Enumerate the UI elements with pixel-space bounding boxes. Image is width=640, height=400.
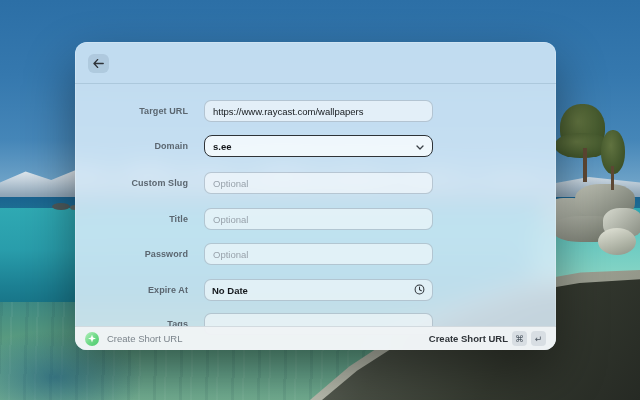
field-label: Title [75,214,188,224]
window-footer: Create Short URL Create Short URL ⌘ ↵ [75,326,556,350]
footer-actions: Create Short URL ⌘ ↵ [429,331,546,346]
wallpaper-boulder [598,228,636,255]
form-row-custom-slug: Custom Slug [75,172,556,194]
field-label: Expire At [75,285,188,295]
window-header [75,42,556,84]
chevron-down-icon [416,141,424,152]
title-input[interactable] [204,208,433,230]
custom-slug-input[interactable] [204,172,433,194]
clock-icon [414,284,425,297]
create-short-url-action[interactable]: Create Short URL [429,333,508,344]
footer-command-name: Create Short URL [107,333,183,344]
password-input[interactable] [204,243,433,265]
domain-select[interactable]: s.ee [204,135,433,157]
form-row-title: Title [75,208,556,230]
return-key-icon: ↵ [531,331,546,346]
expire-at-picker[interactable]: No Date [204,279,433,301]
field-label: Custom Slug [75,178,188,188]
wallpaper-rock [52,203,70,210]
form-row-password: Password [75,243,556,265]
desktop: Target URL Domain s.ee Custom Slug Title [0,0,640,400]
domain-selected-value: s.ee [213,141,232,152]
create-short-url-window: Target URL Domain s.ee Custom Slug Title [75,42,556,350]
form-row-domain: Domain s.ee [75,135,556,157]
form-row-target-url: Target URL [75,100,556,122]
star-icon [88,335,96,343]
extension-icon [85,332,99,346]
expire-at-value: No Date [212,285,248,296]
pine-tree-trunk [611,166,614,190]
target-url-input[interactable] [204,100,433,122]
pine-tree-trunk [583,148,587,182]
arrow-left-icon [93,59,104,68]
command-key-icon: ⌘ [512,331,527,346]
field-label: Target URL [75,106,188,116]
back-button[interactable] [88,54,109,73]
form-row-expire-at: Expire At No Date [75,279,556,301]
field-label: Password [75,249,188,259]
field-label: Domain [75,141,188,151]
